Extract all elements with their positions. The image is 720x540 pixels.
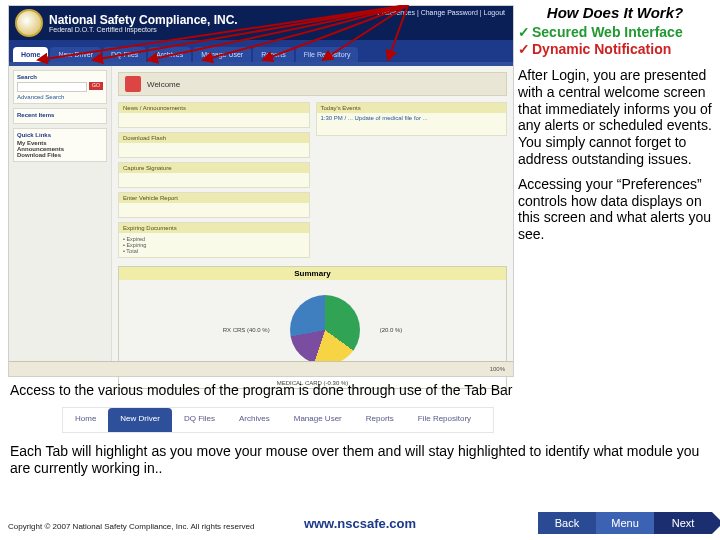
box-heading: Download Flash [119,133,309,143]
recent-items-heading: Recent Items [17,112,103,118]
feature-item: ✓Dynamic Notification [518,41,712,57]
summary-heading: Summary [119,267,506,280]
check-icon: ✓ [518,41,530,57]
seal-icon [15,9,43,37]
search-heading: Search [17,74,103,80]
today-item: 1:30 PM / ... Update of medical file for… [317,113,507,135]
t2-dq-files[interactable]: DQ Files [172,408,227,432]
t2-reports[interactable]: Reports [354,408,406,432]
next-button[interactable]: Next [654,512,712,534]
quick-links-heading: Quick Links [17,132,103,138]
welcome-text: Welcome [147,80,180,89]
feature-item: ✓Secured Web Interface [518,24,712,40]
tab-dq-files[interactable]: DQ Files [103,47,146,62]
tab-file-repository[interactable]: File Repository [296,47,359,62]
tab-manage-user[interactable]: Manage User [193,47,251,62]
t2-file-repository[interactable]: File Repository [406,408,483,432]
tab-archives[interactable]: Archives [148,47,191,62]
left-sidebar: Search GO Advanced Search Recent Items Q… [9,66,112,376]
app-header: National Safety Compliance, INC. Federal… [9,6,513,40]
search-input[interactable] [17,82,87,92]
t2-home[interactable]: Home [63,408,108,432]
menu-button[interactable]: Menu [596,512,654,534]
check-icon: ✓ [518,24,530,40]
tabbar-example: Home New Driver DQ Files Archives Manage… [62,407,494,433]
back-button[interactable]: Back [538,512,596,534]
app-screenshot: National Safety Compliance, INC. Federal… [8,5,514,377]
quick-link[interactable]: Download Files [17,152,103,158]
pie-chart [290,295,360,365]
summary-legend-left: RX CRS (40.0 %) [223,327,270,333]
description-1: Access to the various modules of the pro… [10,382,710,398]
app-tabbar: Home New Driver DQ Files Archives Manage… [9,40,513,66]
box-heading: Enter Vehicle Report [119,193,309,203]
box-heading: Capture Signature [119,163,309,173]
expiring-heading: Expiring Documents [119,223,309,233]
slide-paragraph: Accessing your “Preferences” controls ho… [518,176,712,243]
box-heading: News / Announcements [119,103,309,113]
advanced-search-link[interactable]: Advanced Search [17,94,103,100]
tab-new-driver[interactable]: New Driver [50,47,101,62]
tab-home[interactable]: Home [13,47,48,62]
today-heading: Today's Events [317,103,507,113]
expiring-row: • Total [123,248,305,254]
t2-archives[interactable]: Archives [227,408,282,432]
nav-buttons: Back Menu Next [538,512,712,534]
status-bar: 100% [9,361,513,376]
brand-title: National Safety Compliance, INC. [49,14,238,26]
t2-manage-user[interactable]: Manage User [282,408,354,432]
slide-title: How Does It Work? [518,4,712,21]
summary-legend-right: (20.0 %) [380,327,403,333]
brand-subtitle: Federal D.O.T. Certified Inspectors [49,26,238,33]
go-button[interactable]: GO [89,82,103,90]
header-links[interactable]: Preferences | Change Password | Logout [377,9,505,16]
welcome-bar: Welcome [118,72,507,96]
main-area: Welcome News / Announcements Download Fl… [112,66,513,376]
tab-reports[interactable]: Reports [253,47,294,62]
t2-new-driver[interactable]: New Driver [108,408,172,432]
slide-paragraph: After Login, you are presented with a ce… [518,67,712,168]
callout: How Does It Work? ✓Secured Web Interface… [518,2,712,243]
description-2: Each Tab will highlight as you move your… [10,443,710,477]
alert-icon [125,76,141,92]
zoom-level: 100% [490,366,505,372]
